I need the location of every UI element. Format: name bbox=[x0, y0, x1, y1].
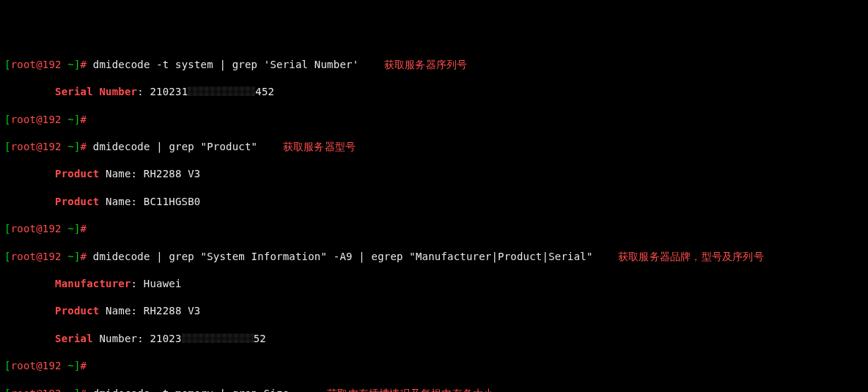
bracket-close: ] bbox=[74, 59, 81, 70]
prompt-host: 192 bbox=[43, 59, 62, 70]
masked-region bbox=[188, 86, 255, 96]
prompt-line[interactable]: [root@192 ~]# dmidecode | grep "System I… bbox=[4, 250, 864, 264]
output-value: 210231 bbox=[150, 86, 188, 97]
prompt-line[interactable]: [root@192 ~]# dmidecode -t memory | grep… bbox=[4, 387, 864, 392]
output-line: Product Name: RH2288 V3 bbox=[4, 304, 864, 318]
output-line: Product Name: RH2288 V3 bbox=[4, 167, 864, 181]
command-text: dmidecode -t system | grep 'Serial Numbe… bbox=[93, 59, 358, 70]
command-text: dmidecode | grep "Product" bbox=[93, 141, 257, 152]
prompt-hash: # bbox=[81, 59, 93, 70]
output-line: Serial Number: 210231452 bbox=[4, 85, 864, 99]
prompt-line[interactable]: [root@192 ~]# bbox=[4, 113, 864, 127]
prompt-line[interactable]: [root@192 ~]# dmidecode -t system | grep… bbox=[4, 58, 864, 72]
masked-region bbox=[182, 333, 254, 343]
annotation: 获取服务器品牌，型号及序列号 bbox=[618, 251, 764, 262]
prompt-line[interactable]: [root@192 ~]# dmidecode | grep "Product"… bbox=[4, 140, 864, 154]
prompt-tilde: ~ bbox=[62, 59, 74, 70]
output-key: Serial Number bbox=[55, 86, 137, 97]
output-colon: : bbox=[137, 86, 150, 97]
command-text: dmidecode | grep "System Information" -A… bbox=[93, 251, 593, 262]
prompt-line[interactable]: [root@192 ~]# bbox=[4, 222, 864, 236]
output-line: Manufacturer: Huawei bbox=[4, 277, 864, 291]
output-line: Serial Number: 2102352 bbox=[4, 332, 864, 346]
output-value: 452 bbox=[255, 86, 274, 97]
prompt-line[interactable]: [root@192 ~]# bbox=[4, 359, 864, 373]
annotation: 获取服务器型号 bbox=[283, 141, 356, 152]
output-line: Product Name: BC11HGSB0 bbox=[4, 195, 864, 209]
annotation: 获取内存插槽情况及每根内存条大小 bbox=[327, 388, 493, 392]
command-text: dmidecode -t memory | grep Size bbox=[93, 388, 290, 392]
annotation: 获取服务器序列号 bbox=[384, 59, 468, 70]
bracket-open: [ bbox=[4, 59, 11, 70]
prompt-at: @ bbox=[36, 59, 43, 70]
prompt-user: root bbox=[11, 59, 37, 70]
